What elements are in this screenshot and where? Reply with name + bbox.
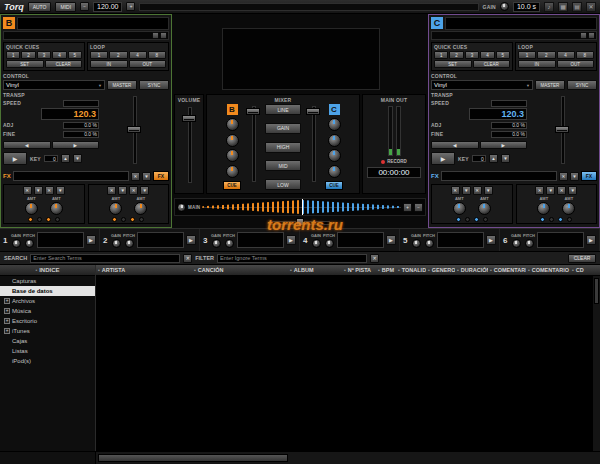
deck-c-fx2-select-button[interactable]: ▼	[484, 186, 493, 195]
filter-input[interactable]	[217, 254, 367, 263]
deck-b-fx3-close-button[interactable]: ✕	[107, 186, 116, 195]
deck-b-fx3-amount-knob[interactable]	[109, 202, 122, 215]
deck-b-cue-button[interactable]: CUE	[223, 181, 241, 190]
deck-c-fx1-enable-led[interactable]	[456, 217, 461, 222]
column-header-pista[interactable]: Nº PISTA	[342, 267, 376, 273]
deck-b-loop-out-button[interactable]: OUT	[129, 60, 167, 68]
deck-b-quick-cue-3[interactable]: 3	[37, 51, 51, 59]
filter-clear-icon[interactable]: ✕	[370, 254, 379, 263]
sampler-2-gain-knob[interactable]	[112, 239, 121, 248]
deck-c-pitch-fader[interactable]	[555, 94, 569, 166]
deck-c-quick-cue-1[interactable]: 1	[434, 51, 448, 59]
sidebar-item-cajas[interactable]: Cajas	[0, 336, 95, 346]
deck-c-loop-in-button[interactable]: IN	[518, 60, 556, 68]
record-control[interactable]: RECORD	[381, 159, 407, 164]
deck-b-loop-8-button[interactable]: 8	[148, 51, 166, 59]
deck-c-overview-button-1[interactable]	[580, 32, 587, 39]
deck-c-fx2-led[interactable]	[483, 217, 488, 222]
deck-c-low-eq-knob[interactable]	[328, 165, 341, 178]
sampler-3-play-button[interactable]: ▶	[286, 235, 296, 245]
deck-c-quick-cue-2[interactable]: 2	[449, 51, 463, 59]
deck-b-fx3-led[interactable]	[121, 217, 126, 222]
deck-b-waveform-overview[interactable]	[3, 31, 169, 40]
deck-b-fx3-select-button[interactable]: ▼	[118, 186, 127, 195]
search-input[interactable]	[30, 254, 180, 263]
deck-c-high-eq-knob[interactable]	[328, 134, 341, 147]
deck-b-fx1-select-button[interactable]: ▼	[34, 186, 43, 195]
sampler-4-pitch-knob[interactable]	[325, 239, 334, 248]
midi-button[interactable]: MIDI	[55, 2, 76, 12]
main-volume-fader-thumb[interactable]	[182, 115, 196, 122]
search-clear-icon[interactable]: ✕	[183, 254, 192, 263]
deck-b-quick-cue-2[interactable]: 2	[21, 51, 35, 59]
sampler-6-play-button[interactable]: ▶	[586, 235, 596, 245]
deck-c-fx4-led[interactable]	[567, 217, 572, 222]
deck-b-fx4-amount-knob[interactable]	[134, 202, 147, 215]
sampler-2-play-button[interactable]: ▶	[186, 235, 196, 245]
deck-b-cue-clear-button[interactable]: CLEAR	[45, 60, 83, 68]
deck-b-master-button[interactable]: MASTER	[107, 80, 137, 90]
deck-c-quick-cue-5[interactable]: 5	[496, 51, 510, 59]
deck-b-speed-range-display[interactable]	[63, 100, 99, 107]
sampler-4-gain-knob[interactable]	[312, 239, 321, 248]
deck-c-fx2-amount-knob[interactable]	[478, 202, 491, 215]
deck-c-play-button[interactable]: ▶	[431, 152, 455, 165]
deck-c-fx2-close-button[interactable]: ✕	[473, 186, 482, 195]
expand-icon[interactable]: +	[4, 318, 10, 324]
deck-c-effect-select-button[interactable]: ▼	[570, 172, 579, 181]
master-gain-knob[interactable]	[500, 2, 509, 11]
deck-c-fx3-amount-knob[interactable]	[537, 202, 550, 215]
sidebar-item-capturas[interactable]: Capturas	[0, 276, 95, 286]
library-track-list[interactable]	[96, 276, 592, 451]
deck-c-waveform-overview[interactable]	[431, 31, 597, 40]
sidebar-item-archivos[interactable]: +Archivos	[0, 296, 95, 306]
line-button[interactable]: LINE	[265, 104, 301, 115]
deck-b-cue-set-button[interactable]: SET	[6, 60, 44, 68]
deck-c-effect-slot[interactable]	[441, 171, 557, 181]
deck-b-nudge-back-button[interactable]: ◀	[3, 141, 51, 149]
sidebar-item-itunes[interactable]: +iTunes	[0, 326, 95, 336]
column-header-cd[interactable]: CD	[570, 267, 586, 273]
deck-c-loop-out-button[interactable]: OUT	[557, 60, 595, 68]
panel-layout-icon[interactable]: ▤	[572, 2, 582, 12]
sampler-3-gain-knob[interactable]	[212, 239, 221, 248]
deck-b-quick-cue-1[interactable]: 1	[6, 51, 20, 59]
sampler-1-gain-knob[interactable]	[12, 239, 21, 248]
deck-b-fx1-amount-knob[interactable]	[25, 202, 38, 215]
deck-c-loop-8-button[interactable]: 8	[576, 51, 594, 59]
deck-c-speed-range-display[interactable]	[491, 100, 527, 107]
deck-b-high-eq-knob[interactable]	[226, 134, 239, 147]
sidebar-item-ipods[interactable]: iPod(s)	[0, 356, 95, 366]
deck-b-gain-knob[interactable]	[226, 118, 239, 131]
column-header-artista[interactable]: ARTISTA	[96, 267, 192, 273]
column-header-comentario-1[interactable]: COMENTARIO 1	[526, 267, 570, 273]
deck-b-channel-fader-thumb[interactable]	[246, 108, 260, 115]
deck-c-fx3-select-button[interactable]: ▼	[546, 186, 555, 195]
deck-b-effect-select-button[interactable]: ▼	[142, 172, 151, 181]
deck-c-fx3-led[interactable]	[549, 217, 554, 222]
deck-b-sync-button[interactable]: SYNC	[139, 80, 169, 90]
deck-b-control-mode-dropdown[interactable]: Vinyl ▼	[3, 80, 105, 90]
deck-b-play-button[interactable]: ▶	[3, 152, 27, 165]
deck-c-cue-clear-button[interactable]: CLEAR	[473, 60, 511, 68]
mid-button[interactable]: MID	[265, 160, 301, 171]
column-header-duracion[interactable]: DURACIÓN	[455, 267, 488, 273]
column-header-tonalidad[interactable]: TONALID.	[396, 267, 426, 273]
deck-c-channel-fader-thumb[interactable]	[306, 108, 320, 115]
deck-c-track-title[interactable]	[445, 17, 597, 30]
deck-c-fx1-amount-knob[interactable]	[453, 202, 466, 215]
sampler-1-pitch-knob[interactable]	[25, 239, 34, 248]
sampler-5-play-button[interactable]: ▶	[486, 235, 496, 245]
note-icon[interactable]: ♪	[544, 2, 554, 12]
deck-c-loop-2-button[interactable]: 2	[537, 51, 555, 59]
waveform-zoom-out-button[interactable]: −	[414, 203, 423, 212]
deck-b-fx1-led[interactable]	[37, 217, 42, 222]
sidebar-item-musica[interactable]: +Música	[0, 306, 95, 316]
sidebar-item-escritorio[interactable]: +Escritorio	[0, 316, 95, 326]
deck-b-effect-slot[interactable]	[13, 171, 129, 181]
deck-c-sync-button[interactable]: SYNC	[567, 80, 597, 90]
sampler-6-gain-knob[interactable]	[512, 239, 521, 248]
low-button[interactable]: LOW	[265, 179, 301, 190]
deck-c-master-button[interactable]: MASTER	[535, 80, 565, 90]
deck-c-pitch-fader-thumb[interactable]	[555, 126, 569, 133]
